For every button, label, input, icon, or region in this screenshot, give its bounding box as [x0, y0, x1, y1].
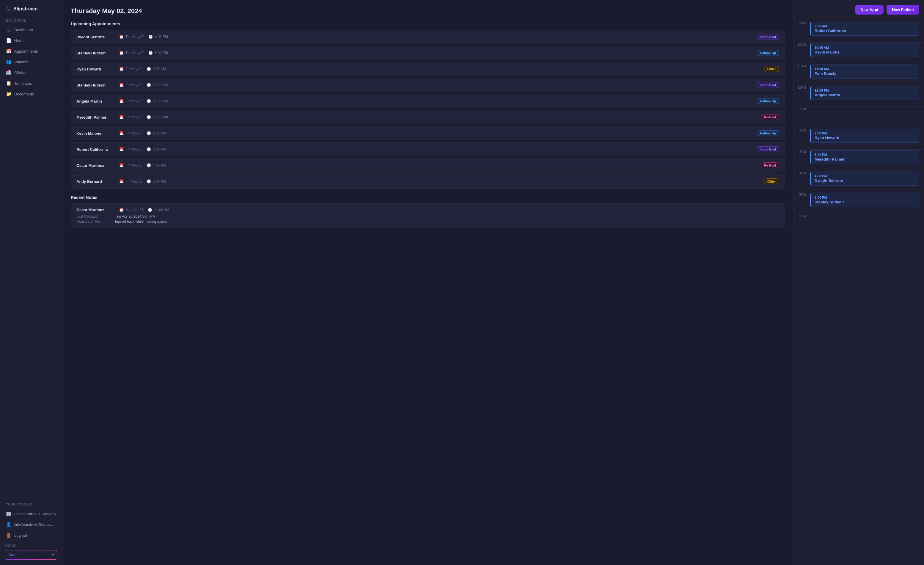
- calendar-time-row: 1PM: [794, 107, 924, 128]
- appointment-card[interactable]: Ryan Howard 📅 Fri May 03 🕐 9:00 AM Other: [71, 62, 785, 76]
- appt-name: Stanley Hudson: [76, 83, 115, 87]
- sidebar-item-label: Templates: [14, 81, 32, 86]
- cal-event-time: 12:00 PM: [814, 89, 915, 92]
- calendar-event[interactable]: 2:00 PM Ryan Howard: [810, 129, 919, 143]
- appt-badge: Re-Eval: [761, 114, 779, 120]
- appt-badge: Other: [764, 66, 779, 72]
- cal-event-name: Kevin Malone: [814, 50, 915, 54]
- calendar-event[interactable]: 12:00 PM Angela Martin: [810, 86, 919, 100]
- theme-select[interactable]: Dark Light System: [5, 550, 57, 559]
- appointment-card[interactable]: Kevin Malone 📅 Fri May 03 🕐 2:00 PM Foll…: [71, 126, 785, 140]
- upcoming-section-title: Upcoming Appointments: [71, 21, 785, 26]
- calendar-event[interactable]: 9:00 AM Robert California: [810, 22, 919, 36]
- documents-icon: 📁: [6, 91, 11, 97]
- time-label: 11AM: [794, 64, 809, 68]
- account-section: Your Account 🏢 Dunder Mifflin PT Company…: [0, 495, 62, 541]
- appt-time: 🕐 12:00 PM: [147, 115, 168, 119]
- appt-date: 📅 Fri May 03: [119, 147, 142, 151]
- time-content: 11:00 AM Pam Beesly: [809, 64, 924, 85]
- calendar-time-row: 11AM 11:00 AM Pam Beesly: [794, 64, 924, 85]
- sidebar-item-patients[interactable]: 👥 Patients: [0, 57, 62, 67]
- appt-date: 📅 Fri May 03: [119, 99, 142, 103]
- appt-time: 🕐 5:00 PM: [148, 51, 168, 55]
- sidebar-item-templates[interactable]: 📋 Templates: [0, 78, 62, 89]
- calendar-icon: 📅: [119, 115, 124, 119]
- appt-name: Andy Bernard: [76, 179, 115, 184]
- logout-label: Log out: [14, 533, 27, 538]
- center-panel: Thursday May 02, 2024 Upcoming Appointme…: [62, 0, 793, 565]
- logo: ≋ Slipstream: [0, 5, 62, 19]
- sidebar-item-clinics[interactable]: 🏥 Clinics: [0, 67, 62, 78]
- cal-event-name: Pam Beesly: [814, 71, 915, 76]
- sidebar: ≋ Slipstream Navigation ⌂ Dashboard 📄 No…: [0, 0, 62, 565]
- sidebar-item-logout[interactable]: 🚪 Log out: [0, 530, 62, 541]
- note-header: Oscar Martinez 📅 Mon Apr 29 🕐 11:00 AM: [76, 207, 779, 212]
- note-reason-label: Reason for Visit: [76, 219, 109, 224]
- calendar-event[interactable]: 5:00 PM Stanley Hudson: [810, 193, 919, 207]
- appt-badge: Initial Eval: [757, 34, 779, 40]
- appt-name: Meredith Palmer: [76, 115, 115, 120]
- note-reason-row: Reason for Visit Injured back while maki…: [76, 219, 779, 224]
- company-icon: 🏢: [6, 511, 11, 517]
- sidebar-item-email[interactable]: 👤 info@dundermifflinpt.co...: [0, 519, 62, 530]
- company-label: Dunder Mifflin PT Company: [14, 512, 56, 515]
- new-appt-button[interactable]: New Appt: [855, 5, 884, 15]
- email-label: info@dundermifflinpt.co...: [14, 523, 53, 526]
- appointment-card[interactable]: Oscar Martinez 📅 Fri May 03 🕐 4:00 PM Re…: [71, 158, 785, 173]
- time-label: 6PM: [794, 213, 809, 218]
- note-time: 🕐 11:00 AM: [148, 208, 169, 212]
- sidebar-item-notes[interactable]: 📄 Notes: [0, 35, 62, 46]
- home-icon: ⌂: [6, 27, 11, 32]
- templates-icon: 📋: [6, 81, 11, 86]
- time-content: 12:00 PM Angela Martin: [809, 85, 924, 107]
- appointment-card[interactable]: Stanley Hudson 📅 Fri May 03 🕐 10:00 AM I…: [71, 78, 785, 92]
- cal-event-time: 10:00 AM: [814, 46, 915, 50]
- notes-list: Oscar Martinez 📅 Mon Apr 29 🕐 11:00 AM L…: [71, 203, 785, 228]
- calendar-icon: 📅: [119, 131, 124, 135]
- sidebar-item-label: Documents: [14, 92, 34, 96]
- appointment-card[interactable]: Andy Bernard 📅 Fri May 03 🕐 5:00 PM Othe…: [71, 174, 785, 189]
- note-patient-name: Oscar Martinez: [76, 207, 115, 212]
- appt-name: Kevin Malone: [76, 131, 115, 135]
- clock-icon: 🕐: [148, 208, 152, 212]
- time-content: [809, 107, 924, 128]
- calendar-event[interactable]: 10:00 AM Kevin Malone: [810, 43, 919, 57]
- new-patient-button[interactable]: New Patient: [886, 5, 919, 15]
- calendar-icon: 📅: [119, 99, 124, 103]
- cal-event-name: Angela Martin: [814, 93, 915, 97]
- cal-event-time: 4:00 PM: [814, 174, 915, 178]
- sidebar-item-dashboard[interactable]: ⌂ Dashboard: [0, 25, 62, 35]
- clock-icon: 🕐: [147, 147, 151, 151]
- appt-date: 📅 Fri May 03: [119, 179, 142, 183]
- calendar-event[interactable]: 11:00 AM Pam Beesly: [810, 65, 919, 78]
- appt-time: 🕐 4:00 PM: [147, 163, 166, 167]
- calendar-event[interactable]: 3:00 PM Meredith Palmer: [810, 150, 919, 164]
- appt-name: Stanley Hudson: [76, 51, 115, 55]
- appointment-card[interactable]: Stanley Hudson 📅 Thu May 02 🕐 5:00 PM Fo…: [71, 46, 785, 60]
- note-reason-value: Injured back while making copies: [115, 219, 167, 224]
- appointment-card[interactable]: Robert California 📅 Fri May 03 🕐 3:00 PM…: [71, 142, 785, 156]
- appt-time: 🕐 11:00 AM: [147, 99, 168, 103]
- sidebar-item-company[interactable]: 🏢 Dunder Mifflin PT Company: [0, 508, 62, 519]
- appointment-card[interactable]: Meredith Palmer 📅 Fri May 03 🕐 12:00 PM …: [71, 110, 785, 124]
- appt-name: Oscar Martinez: [76, 163, 115, 168]
- appt-date: 📅 Thu May 02: [119, 51, 144, 55]
- calendar-time-row: 5PM 5:00 PM Stanley Hudson: [794, 192, 924, 213]
- note-card[interactable]: Oscar Martinez 📅 Mon Apr 29 🕐 11:00 AM L…: [71, 203, 785, 228]
- calendar-time-row: 2PM 2:00 PM Ryan Howard: [794, 128, 924, 149]
- clock-icon: 🕐: [147, 179, 151, 183]
- appointments-list: Dwight Schrute 📅 Thu May 02 🕐 4:00 PM In…: [71, 30, 785, 189]
- sidebar-item-appointments[interactable]: 📅 Appointments: [0, 46, 62, 57]
- appt-date: 📅 Fri May 03: [119, 131, 142, 135]
- appointment-card[interactable]: Dwight Schrute 📅 Thu May 02 🕐 4:00 PM In…: [71, 30, 785, 44]
- cal-event-time: 5:00 PM: [814, 196, 915, 199]
- calendar-event[interactable]: 4:00 PM Dwight Schrute: [810, 171, 919, 186]
- time-label: 4PM: [794, 171, 809, 175]
- calendar-time-row: 9AM 9:00 AM Robert California: [794, 21, 924, 42]
- nav-section: ⌂ Dashboard 📄 Notes 📅 Appointments 👥 Pat…: [0, 25, 62, 99]
- calendar-time-row: 10AM 10:00 AM Kevin Malone: [794, 42, 924, 64]
- clock-icon: 🕐: [147, 131, 151, 135]
- sidebar-item-documents[interactable]: 📁 Documents: [0, 89, 62, 99]
- appointment-card[interactable]: Angela Martin 📅 Fri May 03 🕐 11:00 AM Fo…: [71, 94, 785, 108]
- theme-wrapper: Dark Light System: [5, 550, 57, 560]
